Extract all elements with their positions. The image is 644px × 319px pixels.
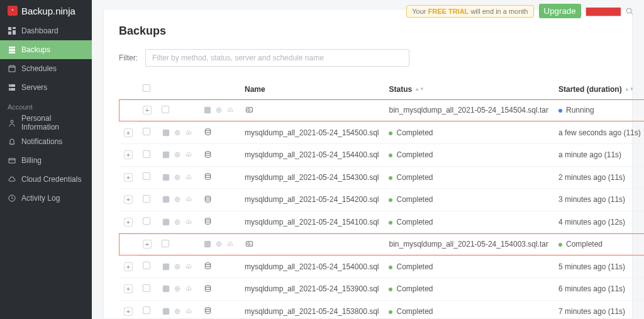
cloud-icon	[8, 175, 16, 184]
backup-started: 5 minutes ago (11s)	[553, 255, 644, 278]
backup-started: 3 minutes ago (11s)	[553, 189, 644, 211]
backup-status: Completed	[384, 166, 553, 189]
sidebar-item-notifications[interactable]: Notifications	[0, 132, 92, 151]
expand-row-button[interactable]: +	[143, 106, 152, 115]
globe-icon	[173, 263, 182, 271]
brand-name: Backup.ninja	[21, 6, 75, 16]
sidebar-item-personal-information[interactable]: Personal Information	[0, 113, 92, 132]
globe-icon	[173, 308, 182, 315]
expand-row-button[interactable]: +	[124, 195, 133, 204]
table-row: +mysqldump_all_2021-05-24_154500.sqlComp…	[119, 121, 644, 144]
filter-input[interactable]	[145, 49, 409, 67]
expand-row-button[interactable]: +	[124, 307, 133, 316]
backup-started: a minute ago (11s)	[553, 144, 644, 167]
expand-row-button[interactable]: +	[124, 128, 133, 137]
db-icon	[203, 128, 212, 137]
user-menu[interactable]: ████████	[586, 8, 620, 15]
row-checkbox[interactable]	[143, 128, 150, 135]
backup-name: mysqldump_all_2021-05-24_154000.sql	[240, 255, 384, 278]
row-checkbox[interactable]	[162, 106, 169, 113]
backups-card: Backups Filter: Name Status▲▼ Started (d…	[103, 9, 633, 319]
info-icon	[162, 285, 170, 293]
sort-icon[interactable]: ▲▼	[625, 88, 635, 91]
sidebar-item-schedules[interactable]: Schedules	[0, 59, 92, 78]
backup-status: Completed	[384, 189, 553, 211]
row-checkbox[interactable]	[143, 150, 150, 158]
globe-icon	[173, 196, 182, 203]
row-checkbox[interactable]	[143, 172, 150, 180]
dashboard-icon	[8, 26, 16, 35]
backup-name: mysqldump_all_2021-05-24_154400.sql	[240, 144, 384, 167]
page-title: Backups	[119, 25, 617, 38]
info-icon	[162, 218, 170, 226]
bell-icon	[8, 137, 16, 146]
backup-started: 4 minutes ago (12s)	[553, 211, 644, 233]
info-icon	[162, 129, 170, 137]
table-row: +mysqldump_all_2021-05-24_154100.sqlComp…	[119, 211, 644, 233]
sidebar-item-servers[interactable]: Servers	[0, 78, 92, 97]
backup-started: 2 minutes ago (11s)	[553, 166, 644, 189]
row-checkbox[interactable]	[143, 262, 150, 269]
backup-status: Completed	[384, 300, 553, 319]
expand-row-button[interactable]: +	[143, 240, 152, 249]
row-checkbox[interactable]	[143, 217, 150, 225]
backup-status: Completed	[553, 233, 644, 256]
person-icon	[8, 118, 16, 127]
backup-status: Completed	[384, 278, 553, 301]
info-icon	[162, 308, 170, 315]
cloud-upload-icon	[226, 240, 235, 248]
info-icon	[162, 151, 170, 159]
row-checkbox[interactable]	[143, 195, 150, 203]
table-row: +mysqldump_all_2021-05-24_154300.sqlComp…	[119, 166, 644, 189]
backup-name: bin_mysqldump_all_2021-05-24_154504.sql.…	[384, 99, 553, 122]
row-checkbox[interactable]	[143, 284, 150, 292]
expand-row-button[interactable]: +	[124, 173, 133, 182]
db-icon	[203, 284, 212, 293]
sidebar: Backup.ninja DashboardBackupsSchedulesSe…	[0, 0, 92, 319]
table-row: +mysqldump_all_2021-05-24_154000.sqlComp…	[119, 255, 644, 278]
col-started: Started (duration)▲▼	[553, 79, 644, 99]
hdd-icon	[245, 105, 253, 114]
globe-icon	[173, 218, 182, 226]
sidebar-item-cloud-credentials[interactable]: Cloud Credentials	[0, 170, 92, 189]
cloud-upload-icon	[184, 218, 193, 226]
expand-row-button[interactable]: +	[124, 284, 133, 293]
expand-row-button[interactable]: +	[124, 150, 133, 159]
expand-row-button[interactable]: +	[124, 218, 133, 227]
db-icon	[203, 172, 212, 181]
globe-icon	[173, 129, 182, 137]
backup-name: mysqldump_all_2021-05-24_153900.sql	[240, 278, 384, 301]
row-checkbox[interactable]	[143, 306, 150, 314]
backup-status: Running	[553, 99, 644, 122]
sidebar-item-dashboard[interactable]: Dashboard	[0, 21, 92, 40]
expand-row-button[interactable]: +	[124, 262, 133, 271]
globe-icon	[173, 174, 182, 181]
cloud-upload-icon	[184, 308, 193, 315]
backup-name: mysqldump_all_2021-05-24_153800.sql	[240, 300, 384, 319]
sidebar-item-activity-log[interactable]: Activity Log	[0, 189, 92, 208]
table-row: +mysqldump_all_2021-05-24_153800.sqlComp…	[119, 300, 644, 319]
brand: Backup.ninja	[0, 0, 92, 21]
db-icon	[203, 194, 212, 203]
upgrade-button[interactable]: Upgrade	[539, 4, 581, 18]
globe-icon	[214, 106, 223, 114]
db-icon	[203, 262, 212, 271]
info-icon	[162, 263, 170, 271]
backup-started: a few seconds ago (11s)	[553, 121, 644, 144]
info-icon	[162, 174, 170, 181]
search-icon[interactable]	[625, 7, 634, 16]
sort-icon[interactable]: ▲▼	[414, 88, 425, 91]
db-icon	[203, 217, 212, 226]
cloud-upload-icon	[184, 151, 193, 159]
table-row: +bin_mysqldump_all_2021-05-24_154003.sql…	[119, 233, 644, 256]
globe-icon	[173, 151, 182, 159]
sidebar-item-billing[interactable]: Billing	[0, 151, 92, 170]
info-icon	[203, 240, 212, 248]
select-all-checkbox[interactable]	[143, 84, 150, 92]
row-checkbox[interactable]	[162, 240, 169, 247]
sidebar-item-backups[interactable]: Backups	[0, 40, 92, 59]
backup-name: mysqldump_all_2021-05-24_154100.sql	[240, 211, 384, 233]
globe-icon	[173, 285, 182, 293]
filter-label: Filter:	[119, 53, 138, 62]
billing-icon	[8, 156, 16, 165]
